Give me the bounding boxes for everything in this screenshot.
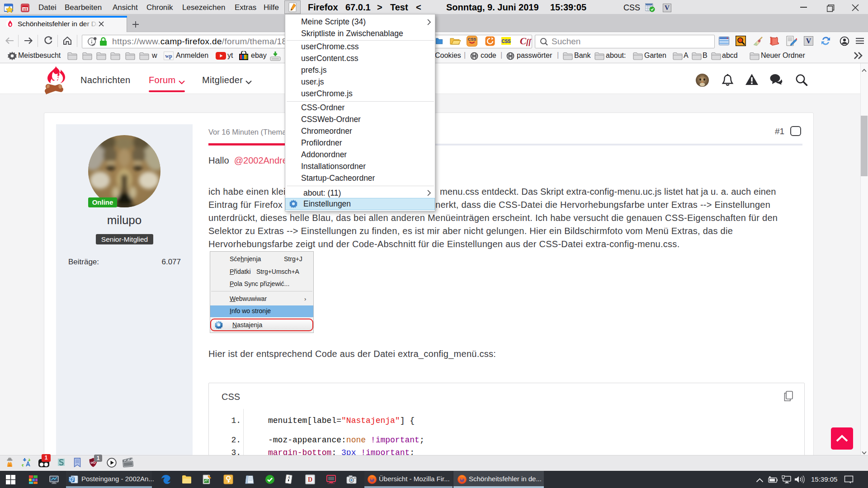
svg-text:CSS: CSS xyxy=(468,37,476,42)
svg-text:D: D xyxy=(308,476,312,483)
svg-text:CSS: CSS xyxy=(501,39,511,44)
